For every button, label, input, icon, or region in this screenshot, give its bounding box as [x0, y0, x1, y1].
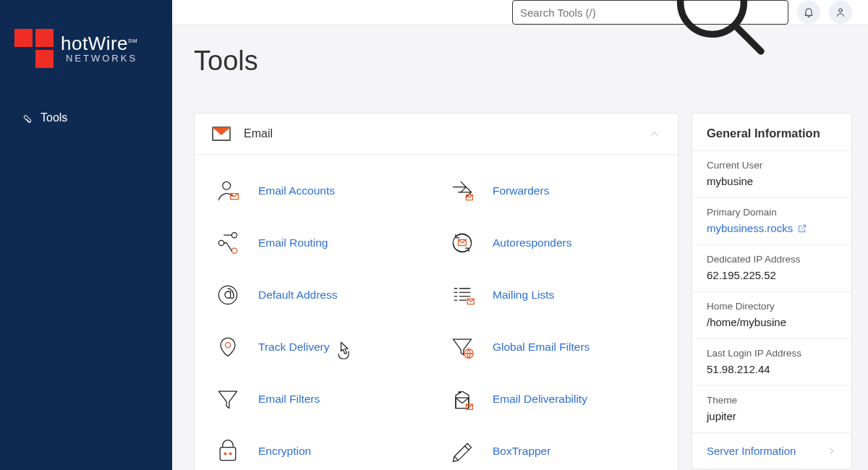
- svg-rect-10: [220, 448, 236, 461]
- info-value: 51.98.212.44: [707, 363, 837, 375]
- email-accounts-icon: [215, 178, 241, 204]
- info-last-login-ip: Last Login IP Address 51.98.212.44: [692, 338, 851, 385]
- tool-label: Email Filters: [258, 393, 320, 406]
- tool-label: Global Email Filters: [493, 341, 590, 354]
- sidebar-item-label: Tools: [41, 111, 67, 124]
- info-heading: General Information: [692, 114, 851, 150]
- info-current-user: Current User mybusine: [692, 150, 851, 197]
- tool-label: Email Routing: [258, 236, 328, 249]
- info-value: mybusiness.rocks: [707, 222, 793, 234]
- brand-logo: hotWireSM NETWORKS: [14, 29, 158, 68]
- svg-point-6: [218, 240, 224, 245]
- tool-default-address[interactable]: Default Address: [202, 269, 436, 321]
- info-label: Primary Domain: [707, 207, 837, 218]
- info-value: 62.195.225.52: [707, 269, 837, 281]
- tool-track-delivery[interactable]: Track Delivery: [202, 321, 436, 373]
- info-label: Last Login IP Address: [707, 348, 837, 359]
- external-link-icon: [797, 223, 807, 234]
- envelope-icon: [212, 127, 231, 141]
- email-section-header[interactable]: Email: [195, 114, 678, 155]
- bell-icon: [803, 7, 814, 18]
- email-section: Email Email Accounts Email Routing: [194, 113, 678, 470]
- search-input-wrapper[interactable]: [512, 0, 788, 25]
- server-info-label: Server Information: [707, 445, 796, 457]
- pointer-cursor-icon: [333, 340, 354, 363]
- email-routing-icon: [215, 230, 241, 256]
- info-label: Home Directory: [707, 301, 837, 312]
- boxtrapper-icon: [449, 438, 475, 464]
- email-section-title: Email: [244, 127, 649, 140]
- info-primary-domain: Primary Domain mybusiness.rocks: [692, 197, 851, 244]
- info-theme: Theme jupiter: [692, 385, 851, 432]
- tool-label: Default Address: [258, 289, 337, 302]
- user-icon: [835, 7, 846, 18]
- info-label: Theme: [707, 395, 837, 406]
- email-deliverability-icon: [449, 386, 475, 412]
- info-value: mybusine: [707, 175, 837, 187]
- tool-label: Encryption: [258, 445, 311, 458]
- info-dedicated-ip: Dedicated IP Address 62.195.225.52: [692, 244, 851, 291]
- logo-mark-icon: [14, 29, 54, 68]
- tool-global-email-filters[interactable]: Global Email Filters: [436, 321, 671, 373]
- general-information-panel: General Information Current User mybusin…: [692, 113, 852, 469]
- track-delivery-icon: [215, 334, 241, 360]
- search-input[interactable]: [520, 7, 658, 19]
- brand-sm: SM: [128, 38, 137, 44]
- tool-forwarders[interactable]: Forwarders: [436, 165, 671, 217]
- svg-point-5: [231, 233, 237, 238]
- svg-point-12: [229, 453, 231, 455]
- info-label: Dedicated IP Address: [707, 254, 837, 265]
- tool-email-accounts[interactable]: Email Accounts: [202, 165, 436, 217]
- tool-email-routing[interactable]: Email Routing: [202, 217, 436, 269]
- autoresponders-icon: [449, 230, 475, 256]
- chevron-right-icon: [827, 446, 837, 456]
- svg-point-1: [839, 9, 843, 12]
- mailing-lists-icon: [449, 282, 475, 308]
- brand-sub: NETWORKS: [61, 54, 137, 64]
- info-value: /home/mybusine: [707, 316, 837, 328]
- svg-point-11: [224, 453, 226, 455]
- info-home-directory: Home Directory /home/mybusine: [692, 291, 851, 338]
- page-title: Tools: [194, 46, 852, 77]
- tool-autoresponders[interactable]: Autoresponders: [436, 217, 671, 269]
- svg-point-3: [223, 181, 231, 189]
- account-button[interactable]: [829, 1, 852, 24]
- brand-name: hotWire: [61, 33, 128, 54]
- notifications-button[interactable]: [797, 1, 820, 24]
- default-address-icon: [215, 282, 241, 308]
- forwarders-icon: [449, 178, 475, 204]
- tool-email-deliverability[interactable]: Email Deliverability: [436, 373, 671, 425]
- tools-icon: [19, 111, 32, 124]
- chevron-up-icon: [649, 128, 660, 140]
- svg-point-7: [231, 248, 237, 253]
- tool-encryption[interactable]: Encryption: [202, 425, 436, 470]
- tool-label: Email Deliverability: [493, 393, 587, 406]
- encryption-icon: [215, 438, 241, 464]
- global-email-filters-icon: [449, 334, 475, 360]
- info-value: jupiter: [707, 410, 837, 422]
- tool-label: Track Delivery: [258, 341, 329, 354]
- tool-label: Email Accounts: [258, 184, 335, 197]
- tool-label: BoxTrapper: [493, 445, 550, 458]
- email-filters-icon: [215, 386, 241, 412]
- tool-boxtrapper[interactable]: BoxTrapper: [436, 425, 671, 470]
- tool-label: Autoresponders: [493, 236, 571, 249]
- svg-rect-20: [459, 391, 461, 393]
- server-information-link[interactable]: Server Information: [692, 432, 851, 469]
- tool-mailing-lists[interactable]: Mailing Lists: [436, 269, 671, 321]
- tool-label: Forwarders: [493, 184, 549, 197]
- tool-email-filters[interactable]: Email Filters: [202, 373, 436, 425]
- svg-point-9: [225, 343, 230, 348]
- tool-label: Mailing Lists: [493, 289, 554, 302]
- primary-domain-link[interactable]: mybusiness.rocks: [707, 222, 837, 234]
- info-label: Current User: [707, 160, 837, 171]
- sidebar-item-tools[interactable]: Tools: [14, 104, 158, 132]
